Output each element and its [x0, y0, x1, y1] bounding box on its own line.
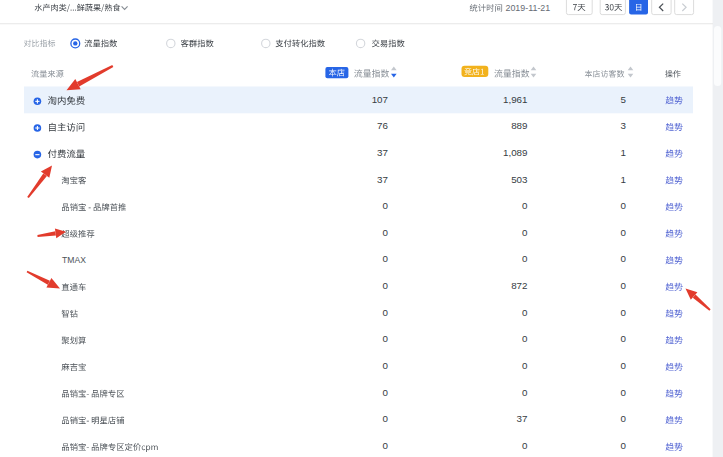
svg-text:107: 107	[372, 94, 388, 105]
svg-text:0: 0	[383, 333, 389, 344]
svg-text:0: 0	[383, 280, 389, 291]
svg-text:1: 1	[621, 147, 626, 158]
svg-text:0: 0	[383, 200, 389, 211]
svg-text:0: 0	[522, 200, 528, 211]
svg-text:5: 5	[621, 94, 627, 105]
svg-text:0: 0	[383, 253, 389, 264]
svg-text:0: 0	[621, 413, 627, 424]
svg-text:0: 0	[383, 360, 389, 371]
svg-text:0: 0	[621, 387, 627, 398]
svg-text:76: 76	[377, 120, 388, 131]
svg-text:37: 37	[377, 174, 388, 185]
svg-text:0: 0	[621, 253, 627, 264]
svg-text:1,961: 1,961	[503, 94, 528, 105]
svg-text:0: 0	[621, 360, 627, 371]
svg-text:1,089: 1,089	[503, 147, 528, 158]
svg-text:0: 0	[621, 307, 627, 318]
svg-text:37: 37	[517, 413, 528, 424]
svg-text:0: 0	[522, 360, 528, 371]
svg-text:3: 3	[621, 120, 627, 131]
svg-text:0: 0	[621, 280, 627, 291]
svg-text:TMAX: TMAX	[62, 255, 86, 265]
svg-text:0: 0	[621, 333, 627, 344]
svg-text:0: 0	[383, 413, 389, 424]
svg-text:0: 0	[383, 440, 389, 451]
svg-text:0: 0	[522, 227, 528, 238]
svg-text:0: 0	[522, 333, 528, 344]
svg-text:0: 0	[522, 253, 528, 264]
svg-text:37: 37	[377, 147, 388, 158]
svg-text:0: 0	[621, 227, 627, 238]
svg-text:889: 889	[511, 120, 527, 131]
svg-text:503: 503	[511, 174, 528, 185]
svg-text:0: 0	[383, 307, 389, 318]
svg-text:872: 872	[511, 280, 527, 291]
svg-text:0: 0	[621, 200, 627, 211]
svg-text:0: 0	[383, 227, 389, 238]
svg-text:0: 0	[522, 307, 528, 318]
svg-text:0: 0	[621, 440, 627, 451]
svg-text:2019-11-21: 2019-11-21	[506, 3, 551, 13]
svg-text:0: 0	[522, 387, 528, 398]
svg-text:0: 0	[383, 387, 389, 398]
svg-text:1: 1	[621, 174, 626, 185]
svg-text:0: 0	[522, 440, 528, 451]
